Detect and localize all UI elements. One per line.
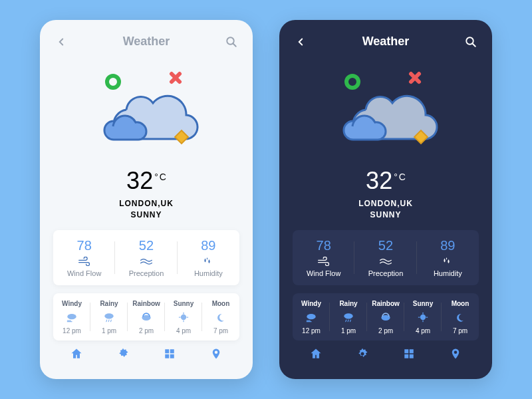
stat-humidity: 89 Humidity xyxy=(178,230,239,285)
forecast-item[interactable]: Sunny4 pm xyxy=(165,293,202,341)
temperature-value: 32°C xyxy=(53,167,239,195)
temperature-block: 32°C LONDON,UK SUNNY xyxy=(293,167,479,219)
svg-rect-18 xyxy=(165,349,169,353)
svg-line-9 xyxy=(108,320,109,322)
forecast-row: Windy12 pm Rainy1 pm Rainbow2 pm Sunny4 … xyxy=(53,293,239,341)
svg-point-45 xyxy=(454,351,458,354)
page-title: Weather xyxy=(362,35,410,49)
back-button[interactable] xyxy=(293,34,309,50)
location-label: LONDON,UK xyxy=(53,199,239,208)
forecast-item[interactable]: Moon7 pm xyxy=(442,293,479,341)
stats-row: 78 Wind Flow 52 Preception 89 Humidity xyxy=(53,230,239,285)
moon-icon xyxy=(203,311,238,324)
forecast-item[interactable]: Rainy1 pm xyxy=(330,293,367,341)
bottom-nav xyxy=(53,340,239,367)
cloud-illustration-icon xyxy=(86,63,206,156)
header: Weather xyxy=(293,32,479,52)
condition-label: SUNNY xyxy=(53,210,239,219)
weather-hero xyxy=(53,57,239,163)
svg-line-31 xyxy=(346,320,346,322)
nav-location[interactable] xyxy=(448,346,463,361)
svg-point-30 xyxy=(344,313,352,319)
nav-grid[interactable] xyxy=(402,346,416,361)
nav-settings[interactable] xyxy=(116,346,130,361)
windy-icon xyxy=(55,311,89,324)
svg-point-7 xyxy=(104,313,113,319)
bottom-nav xyxy=(293,340,479,367)
rainy-icon xyxy=(331,311,366,324)
pin-icon xyxy=(210,347,222,360)
svg-rect-43 xyxy=(404,354,408,358)
nav-home[interactable] xyxy=(309,346,323,361)
stat-preception: 52 Preception xyxy=(115,230,177,285)
forecast-item[interactable]: Rainy1 pm xyxy=(90,293,128,341)
search-icon xyxy=(225,36,237,48)
stat-preception: 52Preception xyxy=(354,230,416,285)
pin-icon xyxy=(450,347,462,360)
phone-light: Weather 32°C LONDON,UK SUNNY 78 Wind Flo… xyxy=(40,20,253,379)
wave-icon xyxy=(357,256,414,267)
gear-icon xyxy=(356,347,369,360)
sunny-icon xyxy=(166,311,201,324)
nav-home[interactable] xyxy=(69,346,84,361)
condition-label: SUNNY xyxy=(293,210,479,219)
svg-point-29 xyxy=(307,314,315,319)
svg-point-35 xyxy=(420,314,426,319)
svg-line-1 xyxy=(233,43,236,47)
rainbow-icon xyxy=(129,311,164,324)
forecast-row: Windy12 pm Rainy1 pm Rainbow2 pm Sunny4 … xyxy=(293,293,479,341)
svg-line-33 xyxy=(350,320,351,322)
wave-icon xyxy=(118,256,174,267)
rainbow-icon xyxy=(368,311,403,324)
header: Weather xyxy=(53,32,239,52)
svg-rect-20 xyxy=(165,354,169,358)
wind-icon xyxy=(56,256,112,267)
chevron-left-icon xyxy=(55,36,67,48)
forecast-item[interactable]: Moon7 pm xyxy=(202,293,239,341)
search-button[interactable] xyxy=(223,34,239,50)
svg-point-25 xyxy=(346,76,358,88)
forecast-item[interactable]: Rainbow2 pm xyxy=(128,293,165,341)
forecast-item[interactable]: Rainbow2 pm xyxy=(367,293,404,341)
stat-windflow: 78 Wind Flow xyxy=(53,230,115,285)
forecast-item[interactable]: Sunny4 pm xyxy=(404,293,442,341)
svg-point-12 xyxy=(181,314,186,319)
svg-point-22 xyxy=(215,351,218,354)
nav-settings[interactable] xyxy=(355,346,370,361)
wind-icon xyxy=(295,256,352,267)
forecast-item[interactable]: Windy12 pm xyxy=(53,293,90,341)
temperature-value: 32°C xyxy=(293,167,479,195)
nav-location[interactable] xyxy=(209,346,223,361)
stat-windflow: 78Wind Flow xyxy=(293,230,354,285)
windy-icon xyxy=(294,311,329,324)
svg-point-40 xyxy=(361,352,364,356)
weather-hero xyxy=(293,57,479,163)
svg-line-10 xyxy=(111,320,112,322)
temperature-block: 32°C LONDON,UK SUNNY xyxy=(53,167,239,219)
page-title: Weather xyxy=(123,35,170,49)
svg-rect-42 xyxy=(410,349,414,353)
location-label: LONDON,UK xyxy=(293,199,479,208)
svg-rect-41 xyxy=(404,349,408,353)
search-button[interactable] xyxy=(463,34,479,50)
svg-point-2 xyxy=(107,76,119,88)
rainy-icon xyxy=(92,311,126,324)
gear-icon xyxy=(116,347,130,360)
back-button[interactable] xyxy=(53,34,69,50)
grid-icon xyxy=(164,348,176,360)
svg-line-32 xyxy=(348,320,348,322)
stat-humidity: 89Humidity xyxy=(417,230,479,285)
phone-dark: Weather 32°C LONDON,UK SUNNY 78Wind Flow… xyxy=(279,20,492,379)
home-icon xyxy=(70,347,83,360)
forecast-item[interactable]: Windy12 pm xyxy=(293,293,330,341)
search-icon xyxy=(465,36,477,48)
chevron-left-icon xyxy=(295,36,307,48)
moon-icon xyxy=(443,311,477,324)
nav-grid[interactable] xyxy=(162,346,177,361)
svg-rect-19 xyxy=(170,349,174,353)
droplet-icon xyxy=(420,256,476,267)
home-icon xyxy=(309,347,323,360)
stats-row: 78Wind Flow 52Preception 89Humidity xyxy=(293,230,479,285)
sunny-icon xyxy=(406,311,440,324)
svg-rect-44 xyxy=(410,354,414,358)
